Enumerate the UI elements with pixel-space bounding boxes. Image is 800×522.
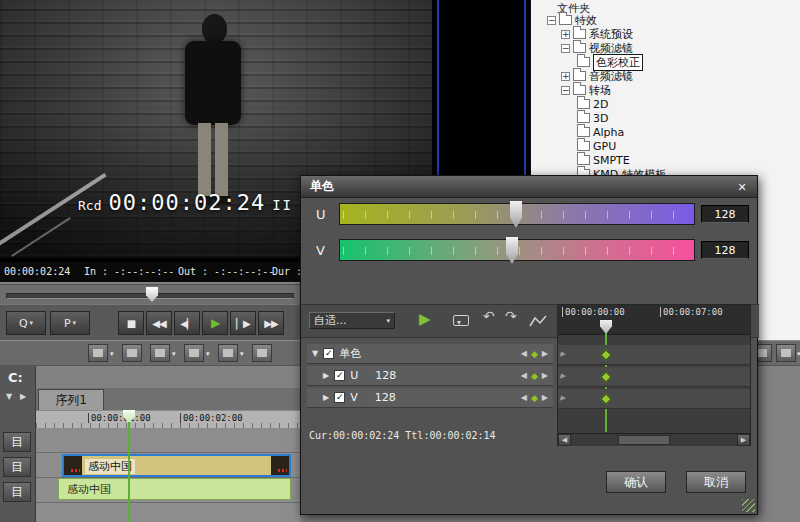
stop-button[interactable]: ■ (118, 311, 144, 335)
step-forward-button[interactable]: ▏▶ (230, 311, 256, 335)
u-slider[interactable] (339, 203, 695, 225)
folder-icon (573, 29, 586, 39)
next-keyframe-icon[interactable]: ▶ (542, 349, 548, 358)
filter-row-v[interactable]: ▶ ✓ V 128 ◀ ◆ ▶ (307, 388, 553, 408)
collapse-icon[interactable]: − (561, 86, 570, 95)
add-keyframe-icon[interactable]: ◆ (531, 349, 538, 359)
enable-checkbox[interactable]: ✓ (334, 392, 345, 403)
close-icon[interactable]: ✕ (734, 180, 750, 194)
tree-item-effects[interactable]: − 特效 (531, 13, 800, 27)
dropdown-icon[interactable]: ▾ (110, 350, 114, 358)
toolbar-icon-save[interactable] (218, 344, 238, 362)
tree-item-alpha[interactable]: Alpha (531, 125, 800, 139)
toolbar-icon-blend[interactable] (122, 344, 142, 362)
tree-item-video-filters[interactable]: − 视频滤镜 (531, 41, 800, 55)
video-clip-selected[interactable]: 感动中国 (62, 454, 291, 477)
dropdown-icon: ▾ (386, 317, 390, 325)
scrub-handle[interactable] (146, 287, 158, 302)
jump-next-keyframe-icon[interactable]: ↷ (505, 308, 517, 324)
confirm-button[interactable]: 确认 (606, 471, 666, 493)
enable-checkbox[interactable]: ✓ (334, 370, 345, 381)
curve-graph-icon[interactable] (529, 314, 547, 328)
person-torso (185, 41, 241, 125)
track-header-1[interactable]: 目 (3, 432, 31, 452)
dropdown-icon[interactable]: ▾ (206, 350, 210, 358)
tree-item-2d[interactable]: 2D (531, 97, 800, 111)
keyframe-diamond[interactable] (600, 371, 611, 382)
kf-lane-monochrome[interactable]: ▶ (558, 345, 750, 365)
add-keyframe-icon[interactable]: ◆ (531, 371, 538, 381)
scrub-bar[interactable] (0, 284, 300, 304)
scroll-left-icon[interactable]: ◀ (558, 434, 571, 446)
add-keyframe-icon[interactable]: ◆ (531, 393, 538, 403)
fast-forward-button[interactable]: ▶▶ (258, 311, 284, 335)
dropdown-icon[interactable]: ▾ (73, 319, 77, 327)
prev-keyframe-icon[interactable]: ◀ (521, 371, 527, 380)
toolbar-icon-mode[interactable] (88, 344, 108, 362)
comment-icon[interactable] (453, 315, 469, 326)
dropdown-icon[interactable]: ▾ (240, 350, 244, 358)
kf-lane-v[interactable]: ▶ (558, 389, 750, 409)
toolbar-icon-export[interactable] (184, 344, 204, 362)
keyframe-timeline[interactable]: 00:00:00:00 00:00:07:00 ▶ ▶ ▶ ◀ ▶ (557, 304, 751, 446)
v-slider-handle[interactable] (506, 237, 518, 264)
rewind-button[interactable]: ◀◀ (146, 311, 172, 335)
dialog-titlebar[interactable]: 单色 (301, 176, 757, 198)
tree-item-transitions[interactable]: − 转场 (531, 83, 800, 97)
tree-item-smpte[interactable]: SMPTE (531, 153, 800, 167)
keyframe-diamond[interactable] (600, 393, 611, 404)
collapse-icon[interactable]: ▼ (312, 349, 318, 358)
scrollbar-thumb[interactable] (618, 435, 670, 445)
tree-item-system-presets[interactable]: + 系统预设 (531, 27, 800, 41)
filter-row-monochrome[interactable]: ▼ ✓ 单色 ◀ ◆ ▶ (307, 344, 553, 364)
track-header-2[interactable]: 目 (3, 457, 31, 477)
collapse-icon[interactable]: ▼ (6, 392, 12, 401)
tree-item-color-correction[interactable]: 色彩校正 (531, 55, 800, 69)
resize-grip[interactable] (742, 499, 755, 512)
tree-item-3d[interactable]: 3D (531, 111, 800, 125)
expand-icon[interactable]: ▶ (323, 393, 329, 402)
toolbar-icon-newclip[interactable] (150, 344, 170, 362)
p-button[interactable]: P ▾ (50, 311, 90, 335)
dropdown-icon[interactable]: ▾ (172, 350, 176, 358)
u-slider-handle[interactable] (510, 201, 522, 228)
collapse-icon[interactable]: − (561, 44, 570, 53)
toolbar-icon-monitor[interactable] (776, 344, 796, 362)
preview-play-icon[interactable]: ▶ (419, 310, 431, 328)
tree-item-audio-filters[interactable]: + 音频滤镜 (531, 69, 800, 83)
v-slider[interactable] (339, 239, 695, 261)
play-button[interactable]: ▶ (202, 311, 228, 335)
toolbar-icon-settings[interactable] (252, 344, 272, 362)
light-streak (11, 217, 71, 257)
keyframe-diamond[interactable] (600, 349, 611, 360)
cancel-button[interactable]: 取消 (686, 471, 746, 493)
expand-icon[interactable]: ▶ (20, 392, 26, 401)
v-value-field[interactable]: 128 (701, 241, 749, 259)
in-point: In : -:--:--:-- (84, 266, 174, 277)
kf-horizontal-scrollbar[interactable]: ◀ ▶ (558, 433, 750, 446)
dropdown-icon[interactable]: ▾ (30, 319, 34, 327)
keyframe-ruler[interactable]: 00:00:00:00 00:00:07:00 (558, 305, 750, 335)
next-keyframe-icon[interactable]: ▶ (542, 393, 548, 402)
q-button[interactable]: Q ▾ (6, 311, 46, 335)
expand-icon[interactable]: ▶ (323, 371, 329, 380)
timeline-ruler[interactable]: 00:00:01:00 00:00:02:00 (36, 410, 300, 428)
audio-clip[interactable]: 感动中国 (58, 478, 291, 500)
prev-keyframe-icon[interactable]: ◀ (521, 349, 527, 358)
jump-prev-keyframe-icon[interactable]: ↶ (483, 308, 495, 324)
tree-item-gpu[interactable]: GPU (531, 139, 800, 153)
scroll-right-icon[interactable]: ▶ (737, 434, 750, 446)
next-keyframe-icon[interactable]: ▶ (542, 371, 548, 380)
enable-checkbox[interactable]: ✓ (323, 348, 334, 359)
sequence-tab[interactable]: 序列1 (38, 389, 104, 410)
prev-keyframe-icon[interactable]: ◀ (521, 393, 527, 402)
step-back-button[interactable]: ◀▏ (174, 311, 200, 335)
expand-icon[interactable]: + (561, 72, 570, 81)
u-value-field[interactable]: 128 (701, 205, 749, 223)
expand-icon[interactable]: + (561, 30, 570, 39)
filter-row-u[interactable]: ▶ ✓ U 128 ◀ ◆ ▶ (307, 366, 553, 386)
track-header-3[interactable]: 目 (3, 482, 31, 502)
collapse-icon[interactable]: − (547, 16, 556, 25)
preset-dropdown[interactable]: 自适... ▾ (309, 312, 395, 329)
kf-lane-u[interactable]: ▶ (558, 367, 750, 387)
